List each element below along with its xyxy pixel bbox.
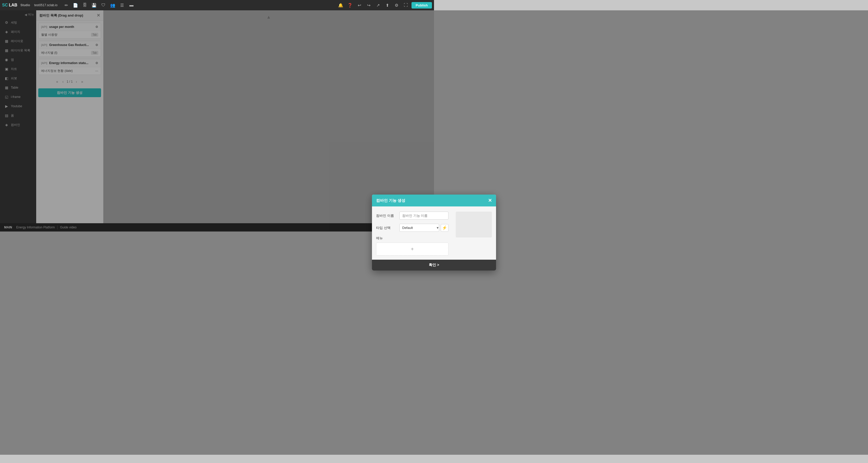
logo: SCLAB Studio xyxy=(2,3,30,7)
modal-title: 컴바인 기능 생성 xyxy=(376,198,405,203)
edit-pencil-icon[interactable]: ✏ xyxy=(63,2,70,9)
modal-type-row: 타입 선택 Default Tab Slide ▼ ⚡ xyxy=(376,224,434,232)
fullscreen-icon[interactable]: ⛶ xyxy=(402,2,409,9)
type-select[interactable]: Default Tab Slide xyxy=(399,224,434,232)
notification-icon[interactable]: 🔔 xyxy=(337,2,344,9)
help-icon[interactable]: ❓ xyxy=(346,2,353,9)
modal-body: 컴바인 이름 타입 선택 Default Tab Slide ▼ xyxy=(372,206,434,232)
type-label: 타입 선택 xyxy=(376,226,397,230)
card-icon[interactable]: ▬ xyxy=(128,2,135,9)
domain-label: test0517.sclab.io xyxy=(34,3,57,7)
export-icon[interactable]: ⬆ xyxy=(383,2,391,9)
modal-type-select-wrapper: Default Tab Slide ▼ ⚡ xyxy=(399,224,434,232)
top-header: SCLAB Studio test0517.sclab.io ✏ 📄 🗄 💾 🛡… xyxy=(0,0,434,10)
settings-icon[interactable]: ⚙ xyxy=(393,2,400,9)
combine-create-modal: 컴바인 기능 생성 ✕ 컴바인 이름 타입 선택 Default xyxy=(372,195,434,232)
modal-header: 컴바인 기능 생성 ✕ xyxy=(372,195,434,206)
logo-sc: SC xyxy=(2,3,8,7)
modal-body-inner: 컴바인 이름 타입 선택 Default Tab Slide ▼ xyxy=(376,211,434,232)
name-input[interactable] xyxy=(399,211,434,220)
redo-icon[interactable]: ↪ xyxy=(365,2,372,9)
database-icon[interactable]: 🗄 xyxy=(81,2,88,9)
logo-studio: Studio xyxy=(21,3,30,7)
document-edit-icon[interactable]: 📄 xyxy=(72,2,79,9)
users-icon[interactable]: 👥 xyxy=(109,2,116,9)
share-icon[interactable]: ↗ xyxy=(374,2,381,9)
shield-icon[interactable]: 🛡 xyxy=(100,2,107,9)
publish-button[interactable]: Publish xyxy=(411,2,432,8)
modal-left: 컴바인 이름 타입 선택 Default Tab Slide ▼ xyxy=(376,211,434,232)
name-label: 컴바인 이름 xyxy=(376,213,397,218)
undo-icon[interactable]: ↩ xyxy=(356,2,363,9)
modal-overlay: 컴바인 기능 생성 ✕ 컴바인 이름 타입 선택 Default xyxy=(0,10,434,232)
logo-lab: LAB xyxy=(9,3,17,7)
modal-name-row: 컴바인 이름 xyxy=(376,211,434,220)
list-icon[interactable]: ☰ xyxy=(118,2,126,9)
server-icon[interactable]: 💾 xyxy=(90,2,98,9)
